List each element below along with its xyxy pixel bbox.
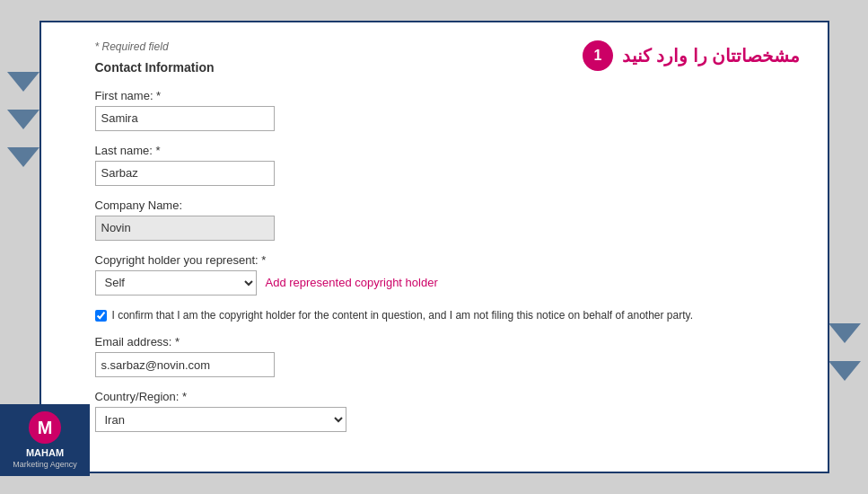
country-select[interactable]: Iran United States United Kingdom German… [95, 407, 346, 432]
arrow-down-icon-5 [829, 361, 861, 381]
country-group: Country/Region: * Iran United States Uni… [95, 390, 801, 432]
form-container: مشخصاتتان را وارد کنید 1 * Required fiel… [39, 21, 829, 474]
arrow-down-icon-2 [7, 110, 39, 129]
first-name-group: First name: * [95, 89, 801, 131]
step-circle: 1 [583, 40, 613, 71]
persian-heading-area: مشخصاتتان را وارد کنید 1 [583, 40, 801, 71]
email-label: Email address: * [95, 335, 801, 348]
confirm-checkbox[interactable] [95, 310, 107, 322]
company-label: Company Name: [95, 198, 801, 212]
email-input[interactable] [95, 352, 275, 377]
first-name-label: First name: * [95, 89, 801, 102]
watermark-logo: M MAHAM Marketing Agency [0, 404, 90, 476]
watermark-letter: M [38, 418, 53, 438]
confirm-checkbox-row: I confirm that I am the copyright holder… [95, 308, 801, 323]
watermark-circle: M [29, 411, 61, 444]
arrow-down-icon-3 [7, 147, 39, 167]
left-decorative-arrows [0, 72, 39, 167]
company-input[interactable] [95, 216, 275, 241]
arrow-down-icon-1 [7, 72, 39, 92]
email-group: Email address: * [95, 335, 801, 377]
copyright-holder-row: Self Other Add represented copyright hol… [95, 270, 801, 296]
step-number: 1 [593, 48, 601, 64]
persian-heading-text: مشخصاتتان را وارد کنید [622, 45, 801, 66]
arrow-down-icon-4 [829, 323, 861, 343]
add-represented-link[interactable]: Add represented copyright holder [266, 276, 438, 289]
watermark-subtext: Marketing Agency [13, 460, 77, 469]
watermark-brand: MAHAM [26, 447, 64, 459]
first-name-input[interactable] [95, 106, 275, 131]
copyright-holder-group: Copyright holder you represent: * Self O… [95, 253, 801, 296]
page-wrapper: مشخصاتتان را وارد کنید 1 * Required fiel… [0, 0, 868, 494]
right-decorative-arrows [829, 323, 868, 381]
country-label: Country/Region: * [95, 390, 801, 403]
copyright-holder-label: Copyright holder you represent: * [95, 253, 801, 267]
company-group: Company Name: [95, 198, 801, 241]
copyright-holder-select[interactable]: Self Other [95, 270, 257, 296]
last-name-group: Last name: * [95, 144, 801, 186]
last-name-input[interactable] [95, 161, 275, 186]
confirm-checkbox-label: I confirm that I am the copyright holder… [112, 308, 693, 323]
last-name-label: Last name: * [95, 144, 801, 157]
